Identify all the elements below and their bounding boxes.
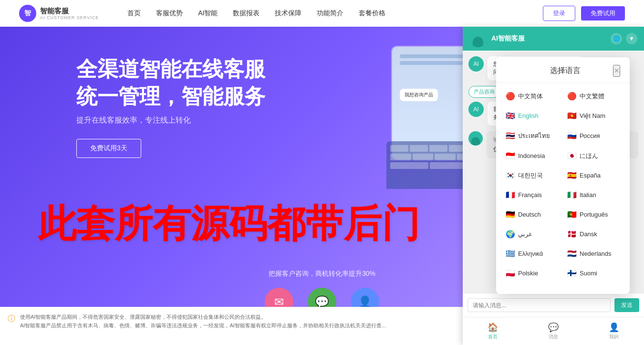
chat-nav-profile[interactable]: 👤 我的 — [583, 320, 644, 342]
chat-globe-icon[interactable]: 🌐 — [611, 33, 622, 44]
lang-item[interactable]: 🇵🇹Português — [563, 205, 624, 224]
key — [435, 154, 456, 160]
lang-name-text: Indonesia — [518, 152, 545, 159]
lang-item[interactable]: 🔴中文简体 — [502, 87, 562, 105]
lang-flag-icon: 🇷🇺 — [567, 131, 577, 140]
hero-title-line2: 统一管理，智能服务 — [76, 83, 265, 110]
key — [390, 154, 411, 160]
nav-link-home[interactable]: 首页 — [127, 9, 141, 18]
lang-item[interactable]: 🇬🇷Ελληνικά — [502, 244, 562, 263]
chat-nav-history[interactable]: 💬 消息 — [523, 320, 584, 342]
chat-expand-icon[interactable]: ▼ — [626, 33, 637, 44]
hero-trial-button[interactable]: 免费试用3天 — [76, 139, 141, 158]
lang-flag-icon: 🌍 — [506, 230, 515, 239]
key — [390, 145, 408, 152]
nav-link-tech[interactable]: 技术保障 — [275, 9, 301, 18]
lang-item[interactable]: 🇰🇷대한민국 — [502, 166, 562, 185]
chat-send-button[interactable]: 发送 — [614, 298, 639, 312]
lang-close-button[interactable]: × — [613, 65, 620, 77]
chat-nav-home[interactable]: 🏠 首页 — [463, 320, 523, 342]
language-dialog: 选择语言 × 🔴中文简体🔴中文繁體🇬🇧English🇻🇳Việt Nam🇹🇭ปร… — [496, 57, 630, 294]
lang-item[interactable]: 🇵🇱Polskie — [502, 264, 562, 282]
lang-flag-icon: 🇩🇰 — [567, 230, 577, 239]
lang-name-text: España — [580, 172, 601, 179]
lang-flag-icon: 🇳🇱 — [567, 249, 577, 258]
lang-flag-icon: 🇵🇹 — [567, 210, 577, 219]
warning-icon: ⓘ — [8, 314, 15, 324]
lang-item[interactable]: 🇩🇰Dansk — [563, 225, 624, 243]
chat-footer: 发送 — [463, 293, 644, 317]
lang-flag-icon: 🔴 — [506, 92, 515, 101]
chat-nav-history-label: 消息 — [549, 334, 558, 340]
lang-item[interactable]: 🇻🇳Việt Nam — [563, 106, 624, 125]
lang-name-text: English — [518, 112, 539, 119]
suggest-btn-1[interactable]: 产品咨询 — [468, 86, 500, 98]
key-space — [390, 162, 428, 169]
key — [413, 154, 434, 160]
key — [410, 145, 428, 152]
lang-flag-icon: 🇪🇸 — [567, 171, 577, 180]
lang-flag-icon: 🇬🇷 — [506, 249, 515, 258]
lang-item[interactable]: 🇬🇧English — [502, 106, 562, 125]
lang-name-text: Россия — [580, 132, 600, 139]
lang-item[interactable]: 🇳🇱Nederlands — [563, 244, 624, 263]
chat-nav-home-label: 首页 — [488, 334, 498, 340]
language-grid: 🔴中文简体🔴中文繁體🇬🇧English🇻🇳Việt Nam🇹🇭ประเทศไทย… — [496, 83, 630, 286]
lang-name-text: Italian — [580, 191, 596, 199]
lang-item[interactable]: 🇯🇵にほん — [563, 146, 624, 165]
lang-flag-icon: 🇮🇩 — [506, 151, 515, 160]
logo[interactable]: 智 智能客服 AI CUSTOMER SERVICE — [19, 5, 99, 22]
lang-name-text: Nederlands — [580, 250, 612, 257]
home-icon: 🏠 — [488, 322, 498, 333]
hero-title-line1: 全渠道智能在线客服 — [76, 55, 265, 83]
chat-header-avatar — [469, 30, 487, 47]
lang-item[interactable]: 🇮🇩Indonesia — [502, 146, 562, 165]
av3 — [471, 137, 480, 146]
nav-links: 首页 客服优势 AI智能 数据报表 技术保障 功能简介 套餐价格 — [127, 9, 543, 18]
logo-icon: 智 — [19, 5, 36, 22]
lang-name-text: にほん — [580, 152, 598, 160]
hero-subtitle: 提升在线客服效率，专注线上转化 — [76, 115, 265, 125]
lang-dialog-header: 选择语言 × — [496, 57, 630, 83]
chat-header-title: AI智能客服 — [491, 34, 606, 43]
lang-name-text: 대한민국 — [518, 171, 543, 180]
logo-sub-text: AI CUSTOMER SERVICE — [40, 15, 99, 21]
nav-link-data[interactable]: 数据报表 — [233, 9, 260, 18]
warning-text-line1: 使用AI智能客服产品期间，不得危害国家安全、泄露国家秘密，不得侵犯国家社会集体和… — [20, 313, 386, 322]
lang-flag-icon: 🇮🇹 — [567, 190, 577, 199]
warning-text: 使用AI智能客服产品期间，不得危害国家安全、泄露国家秘密，不得侵犯国家社会集体和… — [20, 313, 386, 330]
chat-nav-profile-label: 我的 — [609, 334, 619, 340]
lang-item[interactable]: 🇹🇭ประเทศไทย — [502, 126, 562, 146]
lang-flag-icon: 🇯🇵 — [567, 151, 577, 160]
key — [429, 145, 447, 152]
free-trial-nav-button[interactable]: 免费试用 — [581, 6, 625, 21]
lang-item[interactable]: 🇷🇺Россия — [563, 126, 624, 146]
login-button[interactable]: 登录 — [543, 6, 575, 21]
nav-link-pricing[interactable]: 套餐价格 — [359, 9, 385, 18]
nav-link-features[interactable]: 功能简介 — [317, 9, 343, 18]
logo-main-text: 智能客服 — [40, 7, 99, 15]
chat-msg-avatar-2: AI — [468, 102, 484, 117]
lang-item[interactable]: 🇫🇮Suomi — [563, 264, 624, 282]
lang-item[interactable]: 🔴中文繁體 — [563, 87, 624, 105]
hero-content: 全渠道智能在线客服 统一管理，智能服务 提升在线客服效率，专注线上转化 免费试用… — [76, 55, 265, 158]
lang-item[interactable]: 🇮🇹Italian — [563, 186, 624, 204]
nav-link-advantage[interactable]: 客服优势 — [156, 9, 183, 18]
lang-name-text: Deutsch — [518, 211, 541, 218]
lang-item[interactable]: 🌍عربي — [502, 225, 562, 243]
lang-name-text: Ελληνικά — [518, 250, 543, 257]
nav-link-ai[interactable]: AI智能 — [198, 9, 218, 18]
navbar: 智 智能客服 AI CUSTOMER SERVICE 首页 客服优势 AI智能 … — [0, 0, 644, 27]
lang-flag-icon: 🇵🇱 — [506, 269, 515, 278]
chat-input-field[interactable] — [467, 298, 611, 312]
lang-flag-icon: 🇫🇮 — [567, 269, 577, 278]
warning-text-line2: AI智能客服产品禁止用于含有木马、病毒、色情、赌博、诈骗等违法违规业务，一经发现… — [20, 322, 386, 330]
lang-item[interactable]: 🇪🇸España — [563, 166, 624, 185]
lang-flag-icon: 🇰🇷 — [506, 171, 515, 180]
chat-msg-avatar-1: AI — [468, 56, 484, 72]
lang-flag-icon: 🇩🇪 — [506, 210, 515, 219]
chat-nav-row: 🏠 首页 💬 消息 👤 我的 — [463, 317, 644, 345]
lang-item[interactable]: 🇫🇷Français — [502, 186, 562, 204]
avatar-body-sm — [473, 37, 483, 47]
lang-item[interactable]: 🇩🇪Deutsch — [502, 205, 562, 224]
